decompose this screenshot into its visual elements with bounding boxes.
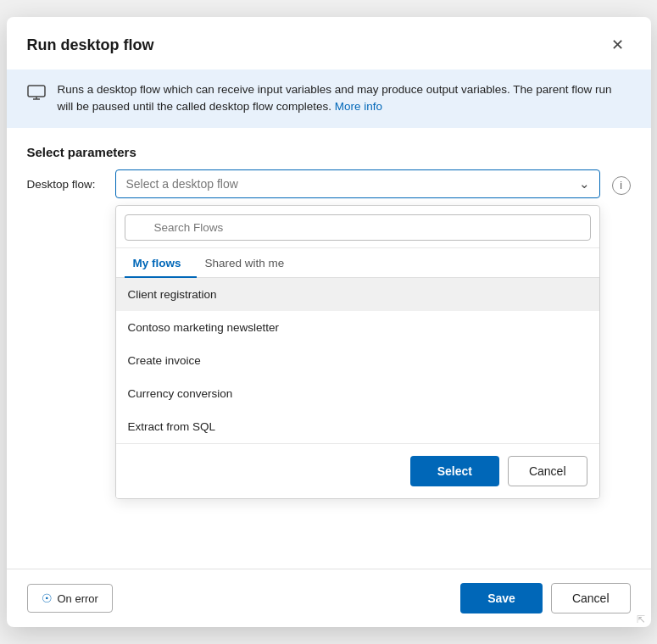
cancel-button[interactable]: Cancel bbox=[551, 583, 631, 613]
resize-handle[interactable]: ⇱ bbox=[637, 614, 647, 625]
dialog-title: Run desktop flow bbox=[27, 36, 154, 54]
desktop-flow-form-row: Desktop flow: ⌄ 🔍 bbox=[7, 169, 651, 499]
dialog-content: Select parameters Desktop flow: ⌄ 🔍 bbox=[7, 128, 651, 569]
desktop-flow-label: Desktop flow: bbox=[27, 178, 103, 191]
tab-my-flows[interactable]: My flows bbox=[125, 248, 197, 278]
dropdown-actions: Select Cancel bbox=[116, 443, 599, 498]
close-button[interactable]: ✕ bbox=[605, 32, 631, 58]
svg-rect-0 bbox=[28, 86, 45, 97]
select-parameters-label: Select parameters bbox=[7, 128, 651, 169]
dropdown-panel: 🔍 My flows Shared with me bbox=[115, 205, 600, 499]
dialog-header: Run desktop flow ✕ bbox=[7, 17, 651, 69]
dropdown-trigger[interactable]: ⌄ bbox=[115, 169, 600, 198]
save-button[interactable]: Save bbox=[460, 583, 543, 613]
info-banner: Runs a desktop flow which can receive in… bbox=[7, 69, 651, 128]
close-icon: ✕ bbox=[611, 36, 624, 54]
list-item[interactable]: Extract from SQL bbox=[116, 410, 599, 443]
on-error-button[interactable]: ☉ On error bbox=[27, 584, 113, 613]
info-banner-text: Runs a desktop flow which can receive in… bbox=[58, 81, 631, 116]
desktop-flow-input[interactable] bbox=[115, 169, 600, 198]
desktop-flow-dropdown-wrapper: ⌄ 🔍 My flows bbox=[115, 169, 600, 499]
list-item[interactable]: Create invoice bbox=[116, 344, 599, 377]
dialog-footer: ☉ On error Save Cancel bbox=[7, 569, 651, 627]
tabs-row: My flows Shared with me bbox=[116, 248, 599, 278]
list-item[interactable]: Contoso marketing newsletter bbox=[116, 311, 599, 344]
tab-shared-with-me[interactable]: Shared with me bbox=[197, 248, 300, 278]
more-info-link[interactable]: More info bbox=[335, 100, 382, 113]
select-button[interactable]: Select bbox=[410, 456, 499, 486]
list-item[interactable]: Client registration bbox=[116, 278, 599, 311]
search-box-container: 🔍 bbox=[125, 214, 591, 241]
search-box-wrapper: 🔍 bbox=[116, 206, 599, 248]
footer-right: Save Cancel bbox=[460, 583, 630, 613]
search-input[interactable] bbox=[125, 214, 591, 241]
run-desktop-flow-dialog: Run desktop flow ✕ Runs a desktop flow w… bbox=[7, 17, 651, 627]
list-item[interactable]: Currency conversion bbox=[116, 377, 599, 410]
shield-icon: ☉ bbox=[42, 591, 53, 605]
flow-list: Client registration Contoso marketing ne… bbox=[116, 278, 599, 443]
dropdown-cancel-button[interactable]: Cancel bbox=[508, 456, 587, 486]
desktop-flow-icon bbox=[27, 83, 46, 107]
info-icon[interactable]: i bbox=[612, 176, 631, 195]
